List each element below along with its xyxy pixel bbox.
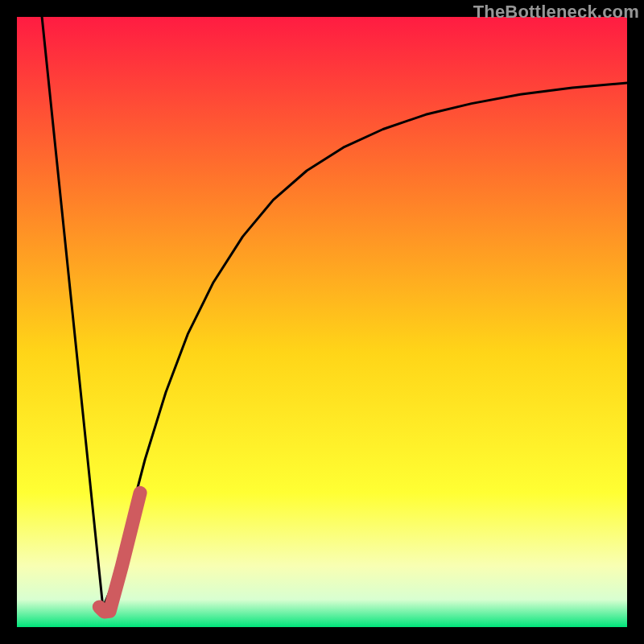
watermark-text: TheBottleneck.com — [473, 2, 639, 23]
gradient-background — [17, 17, 627, 627]
chart-frame: TheBottleneck.com — [0, 0, 644, 644]
chart-svg — [17, 17, 627, 627]
plot-area — [17, 17, 627, 627]
